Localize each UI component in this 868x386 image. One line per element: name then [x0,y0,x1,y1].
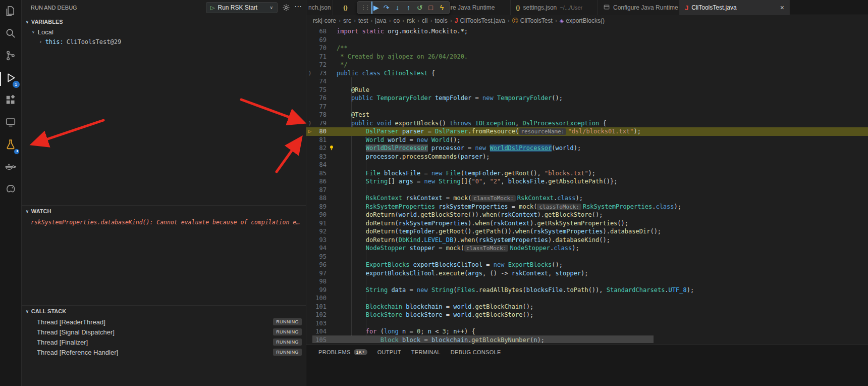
code-line-97[interactable]: 97 exportBlocksCliTool.execute(args, () … [306,269,868,278]
call-stack-header[interactable]: ∨ CALL STACK [22,306,306,317]
code-line-93[interactable]: 93 doReturn(DbKind.LEVEL_DB).when(rskSys… [306,236,868,245]
code-line-69[interactable]: 69 [306,36,868,44]
code-line-70[interactable]: 70/** [306,44,868,53]
variables-header[interactable]: ∨ VARIABLES [22,16,306,27]
code-line-95[interactable]: 95 [306,253,868,261]
restart-icon[interactable]: ↺ [415,2,424,14]
gear-icon[interactable] [282,4,290,12]
continue-icon[interactable]: ▶ [371,2,380,14]
code-line-103[interactable]: 103 [306,319,868,328]
activitybar-item-testing[interactable] [0,134,22,157]
code-line-71[interactable]: 71 * Created by ajlopez on 26/04/2020. [306,53,868,61]
breadcrumb-item-10[interactable]: ◈exportBlocks() [560,17,605,24]
chevron-down-icon: ∨ [269,5,273,10]
code-line-84[interactable]: 84 [306,161,868,169]
activitybar-item-extensions[interactable] [0,90,22,112]
activitybar-item-docker[interactable] [0,157,22,179]
breadcrumb-item-1[interactable]: src [343,17,351,24]
panel-tab-debug-console[interactable]: DEBUG CONSOLE [451,349,501,355]
step-out-icon[interactable]: ↑ [404,2,413,14]
debug-current-line-icon[interactable]: ▷ [306,127,313,136]
editor-tab-0[interactable]: nch.json [306,0,333,15]
test-running-badge [14,149,20,155]
breadcrumb-label: exportBlocks() [566,17,605,24]
call-stack-thread-1[interactable]: Thread [Signal Dispatcher]RUNNING [22,327,306,337]
code-line-98[interactable]: 98 [306,277,868,286]
code-line-81[interactable]: 81 World world = new World(); [306,136,868,144]
fold-marker-icon[interactable]: ) [306,119,313,128]
variables-scope-local[interactable]: ∨ Local [22,27,306,37]
call-stack-thread-3[interactable]: Thread [Reference Handler]RUNNING [22,347,306,357]
activitybar-item-source-control[interactable] [0,45,22,68]
debug-config-dropdown[interactable]: ▷ Run RSK Start ∨ [206,2,278,13]
start-debug-icon[interactable]: ▷ [210,5,214,11]
breadcrumb-item-9[interactable]: ⒸCliToolsTest [512,17,553,25]
code-line-74[interactable]: 74 [306,77,868,86]
editor-tab-4[interactable]: Configure Java Runtime [598,0,680,15]
variable-this[interactable]: › this: CliToolsTest@29 [22,37,306,46]
code-line-102[interactable]: 102 BlockStore blockStore = world.getBlo… [306,311,868,319]
fold-marker-icon[interactable]: ) [306,69,313,78]
watch-header[interactable]: ∨ WATCH [22,206,306,217]
activitybar-item-remote-explorer[interactable] [0,112,22,134]
breadcrumb-item-3[interactable]: java [375,17,386,24]
code-line-79[interactable]: )79 public void exportBlocks() throws IO… [306,119,868,128]
panel-tab-output[interactable]: OUTPUT [377,349,401,355]
breadcrumb-item-8[interactable]: JCliToolsTest.java [455,17,505,24]
code-line-75[interactable]: 75 @Rule [306,86,868,94]
code-editor[interactable]: 68import static org.mockito.Mockito.*;69… [306,26,868,344]
stop-icon[interactable]: □ [426,2,436,14]
editor-tab-1[interactable]: {} [333,0,358,15]
code-line-82[interactable]: 82 WorldDslProcessor processor = new Wor… [306,144,868,153]
call-stack-thread-2[interactable]: Thread [Finalizer]RUNNING [22,337,306,347]
breadcrumb-item-4[interactable]: co [393,17,400,24]
watch-expression-error[interactable]: rskSystemProperties.databaseKind(): Cann… [22,217,306,226]
more-actions-icon[interactable]: ⋯ [294,2,302,11]
breadcrumb-item-2[interactable]: test [358,17,368,24]
breadcrumb-item-0[interactable]: rskj-core [313,17,336,24]
close-icon[interactable]: × [780,4,784,12]
code-line-87[interactable]: 87 [306,186,868,195]
code-line-96[interactable]: 96 ExportBlocks exportBlocksCliTool = ne… [306,261,868,269]
code-line-91[interactable]: 91 doReturn(rskSystemProperties).when(rs… [306,219,868,228]
code-line-76[interactable]: 76 public TemporaryFolder tempFolder = n… [306,94,868,103]
panel-tab-problems[interactable]: PROBLEMS1K+ [318,349,367,355]
step-over-icon[interactable]: ↷ [382,2,391,14]
code-line-73[interactable]: )73public class CliToolsTest { [306,69,868,78]
editor-tab-3[interactable]: {}settings.json~/.../User [511,0,598,15]
code-line-92[interactable]: 92 doReturn(tempFolder.getRoot().getPath… [306,227,868,236]
lightbulb-icon[interactable] [327,144,337,153]
activitybar-item-explorer[interactable] [0,1,22,23]
breadcrumb-item-7[interactable]: tools [435,17,447,24]
code-line-104[interactable]: 104 for (long n = 0; n < 3; n++) { [306,327,868,336]
code-line-77[interactable]: 77 [306,103,868,111]
step-into-icon[interactable]: ↓ [393,2,402,14]
code-line-80[interactable]: ▷80 DslParser parser = DslParser.fromRes… [306,127,868,136]
code-line-89[interactable]: 89 RskSystemProperties rskSystemProperti… [306,203,868,211]
code-line-72[interactable]: 72 */ [306,61,868,69]
code-line-99[interactable]: 99 String data = new String(Files.readAl… [306,286,868,295]
code-line-83[interactable]: 83 processor.processCommands(parser); [306,153,868,161]
call-stack-thread-0[interactable]: Thread [ReaderThread]RUNNING [22,317,306,327]
code-line-85[interactable]: 85 File blocksFile = new File(tempFolder… [306,169,868,178]
code-line-94[interactable]: 94 NodeStopper stopper = mock(classToMoc… [306,244,868,253]
activitybar-item-run-and-debug[interactable]: 1 [0,68,22,90]
code-line-101[interactable]: 101 Blockchain blockchain = world.getBlo… [306,303,868,311]
gutter [306,36,313,44]
breadcrumb-item-5[interactable]: rsk [407,17,415,24]
activitybar-item-gradle[interactable] [0,179,22,201]
code-line-88[interactable]: 88 RskContext rskContext = mock(classToM… [306,194,868,203]
code-line-86[interactable]: 86 String[] args = new String[]{"0", "2"… [306,177,868,186]
code-line-78[interactable]: 78 @Test [306,111,868,119]
gutter-decoration [327,119,337,128]
breadcrumb-item-6[interactable]: cli [422,17,427,24]
hot-code-replace-icon[interactable]: ϟ [437,2,447,14]
activitybar-item-search[interactable] [0,23,22,45]
horizontal-scrollbar[interactable] [312,335,654,343]
code-line-100[interactable]: 100 [306,294,868,303]
drag-handle-icon[interactable]: ⋮⋮ [360,2,370,14]
code-line-68[interactable]: 68import static org.mockito.Mockito.*; [306,27,868,36]
code-line-90[interactable]: 90 doReturn(world.getBlockStore()).when(… [306,211,868,219]
editor-tab-5[interactable]: JCliToolsTest.java× [680,0,790,15]
panel-tab-terminal[interactable]: TERMINAL [411,349,441,355]
